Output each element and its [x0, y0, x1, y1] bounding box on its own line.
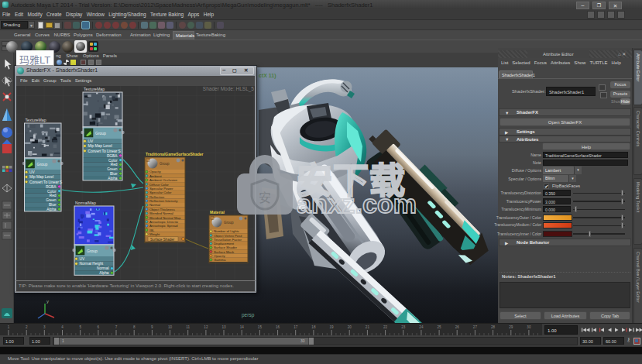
- svg-text:Tessellation Factor: Tessellation Factor: [214, 238, 242, 242]
- svg-text:24: 24: [419, 325, 424, 329]
- svg-text:Anisotropic Directio: Anisotropic Directio: [149, 220, 179, 224]
- svg-text:3: 3: [43, 325, 46, 329]
- svg-text:29: 29: [509, 325, 513, 329]
- svg-text:RGBA: RGBA: [46, 185, 57, 189]
- svg-text:Normal: Normal: [97, 266, 108, 270]
- svg-text:21: 21: [366, 325, 370, 329]
- svg-text:4: 4: [61, 325, 64, 329]
- svg-text:5: 5: [79, 325, 81, 329]
- svg-text:14: 14: [240, 325, 245, 329]
- svg-text:Green: Green: [107, 167, 118, 171]
- svg-text:30: 30: [527, 325, 531, 329]
- svg-text:TextureMap: TextureMap: [84, 87, 105, 91]
- svg-text:Convert To Linear S: Convert To Linear S: [88, 149, 121, 153]
- svg-text:Group: Group: [37, 162, 48, 167]
- svg-text:y: y: [46, 299, 49, 304]
- svg-text:UV: UV: [80, 257, 85, 261]
- svg-text:2: 2: [26, 325, 28, 329]
- svg-text:Surface Shader: Surface Shader: [214, 246, 237, 249]
- svg-text:UV: UV: [88, 139, 94, 143]
- svg-text:IBL: IBL: [149, 228, 155, 232]
- svg-text:Group: Group: [160, 162, 170, 166]
- svg-text:16: 16: [276, 325, 280, 329]
- svg-text:Object Thickness: Object Thickness: [149, 208, 175, 211]
- svg-text:Shader Mode: HLSL_5: Shader Mode: HLSL_5: [203, 86, 255, 92]
- svg-text:18: 18: [311, 325, 316, 329]
- svg-text:Red: Red: [111, 163, 118, 167]
- svg-text:Ambient Occlusion: Ambient Occlusion: [149, 178, 177, 182]
- svg-text:Material: Material: [210, 210, 225, 215]
- svg-text:Group: Group: [224, 221, 234, 225]
- svg-text:Weight: Weight: [149, 232, 160, 236]
- svg-text:Color: Color: [47, 190, 57, 194]
- svg-text:Anisotropic Spread: Anisotropic Spread: [149, 224, 178, 228]
- svg-text:Blue: Blue: [110, 172, 118, 176]
- svg-text:TextureMap: TextureMap: [26, 118, 46, 122]
- svg-text:7: 7: [115, 325, 118, 329]
- svg-text:15: 15: [258, 325, 263, 329]
- svg-text:Ambient: Ambient: [149, 174, 163, 178]
- svg-text:12: 12: [204, 325, 208, 329]
- svg-text:11: 11: [186, 325, 190, 329]
- svg-text:Convert To Linear S: Convert To Linear S: [29, 180, 62, 184]
- svg-text:Normal Height: Normal Height: [80, 262, 104, 266]
- svg-text:Normal: Normal: [149, 203, 160, 207]
- svg-text:17: 17: [294, 325, 298, 329]
- svg-text:8: 8: [133, 325, 136, 329]
- svg-text:Alpha: Alpha: [108, 177, 118, 180]
- svg-text:persp: persp: [242, 312, 255, 318]
- svg-text:Red: Red: [50, 194, 57, 197]
- svg-text:Group: Group: [87, 249, 98, 253]
- svg-text:9: 9: [151, 325, 153, 329]
- svg-text:Blended Normal: Blended Normal: [149, 211, 173, 215]
- svg-text:Diffuse Color: Diffuse Color: [149, 183, 169, 187]
- svg-text:Group: Group: [95, 131, 106, 136]
- svg-text:Displacement: Displacement: [214, 242, 235, 246]
- svg-text:UV: UV: [29, 170, 35, 174]
- svg-text:Opacity: Opacity: [149, 170, 161, 173]
- svg-text:Gamma: Gamma: [214, 258, 226, 262]
- svg-text:22: 22: [383, 325, 388, 329]
- svg-text:6: 6: [98, 325, 100, 329]
- svg-text:NormalMap: NormalMap: [75, 201, 96, 205]
- svg-text:TraditionalGameSurfaceShader: TraditionalGameSurfaceShader: [146, 152, 204, 156]
- svg-text:ctX 11): ctX 11): [259, 73, 276, 79]
- svg-text:Number of Lights: Number of Lights: [214, 229, 239, 233]
- svg-text:27: 27: [473, 325, 478, 329]
- svg-text:Color: Color: [108, 159, 118, 163]
- svg-text:Mip Map Level: Mip Map Level: [88, 144, 112, 148]
- svg-text:Surface Mask: Surface Mask: [214, 250, 235, 254]
- svg-text:Alpha: Alpha: [46, 208, 57, 211]
- svg-text:RGBA: RGBA: [107, 154, 118, 158]
- svg-text:Alpha: Alpha: [99, 271, 109, 275]
- svg-text:Object Vertex Posit: Object Vertex Posit: [214, 234, 242, 238]
- svg-text:Specular Color: Specular Color: [149, 191, 172, 194]
- svg-text:19: 19: [330, 325, 335, 329]
- svg-text:23: 23: [401, 325, 406, 329]
- svg-text:Opacity: Opacity: [214, 254, 225, 258]
- svg-text:Green: Green: [46, 198, 57, 202]
- svg-text:13: 13: [221, 325, 226, 329]
- svg-text:Specular Power: Specular Power: [149, 187, 173, 191]
- svg-text:Surface Shader: Surface Shader: [150, 238, 175, 242]
- svg-text:Mip Map Level: Mip Map Level: [29, 175, 53, 179]
- svg-text:Blended Normal Map: Blended Normal Map: [149, 216, 181, 220]
- svg-text:25: 25: [438, 325, 442, 329]
- svg-text:28: 28: [491, 325, 496, 329]
- svg-text:Blue: Blue: [49, 203, 57, 207]
- svg-text:26: 26: [455, 325, 460, 329]
- svg-text:20: 20: [348, 325, 352, 329]
- svg-text:10: 10: [168, 325, 173, 329]
- svg-text:Reflection Intensity: Reflection Intensity: [149, 199, 178, 203]
- svg-text:1: 1: [8, 325, 10, 329]
- svg-text:Reflection: Reflection: [149, 195, 165, 199]
